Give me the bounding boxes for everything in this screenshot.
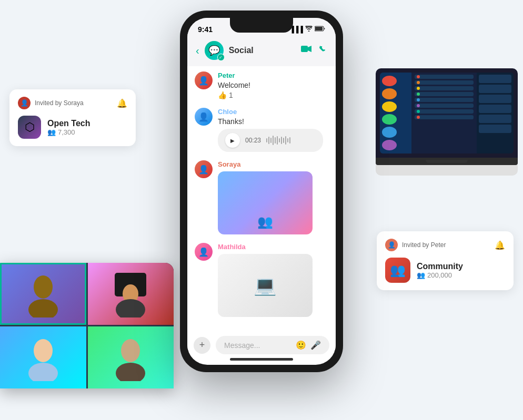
laptop-screen: [376, 68, 518, 158]
sidebar-avatar-6: [382, 140, 397, 150]
svg-marker-3: [308, 46, 311, 52]
phone-call-icon[interactable]: [319, 45, 327, 56]
message-chloe: 👤 Chloe Thanks! ▶ 00:23: [195, 108, 328, 152]
channel-row-2: [415, 80, 474, 85]
peter-name: Peter: [218, 71, 250, 79]
laptop-base: [376, 158, 518, 165]
video-call-icon[interactable]: [301, 45, 311, 56]
phone-notch: [230, 18, 293, 33]
svg-point-9: [34, 339, 53, 362]
group-row-community: 👥 Community 👥 200,000: [385, 258, 505, 283]
header-actions: [301, 45, 327, 56]
channel-row-3: [415, 86, 474, 90]
channel-avatar: 💬 ✓: [205, 41, 224, 60]
channel-dot-1: [417, 75, 420, 78]
wifi-icon: [305, 26, 313, 33]
laptop-sidebar: [380, 73, 411, 153]
right-row-3: [479, 95, 511, 103]
svg-point-10: [28, 363, 58, 381]
message-input-container[interactable]: Message... 🙂 🎤: [216, 336, 329, 354]
input-icons: 🙂 🎤: [296, 340, 321, 350]
svg-rect-2: [301, 46, 308, 52]
open-tech-members: 👥 7,300: [47, 128, 90, 136]
channel-row-4: [415, 92, 474, 96]
video-grid: [0, 263, 174, 388]
right-row-4: [479, 105, 511, 113]
soraya-name: Soraya: [218, 160, 313, 168]
card-community: 👤 Invited by Peter 🔔 👥 Community 👥 200,0…: [377, 231, 514, 290]
status-icons: ▐▐▐: [289, 26, 325, 33]
peter-avatar: 👤: [195, 71, 213, 89]
channel-row-1: [415, 75, 474, 79]
mathilda-avatar: 👤: [195, 243, 213, 261]
svg-point-11: [121, 339, 140, 362]
channel-row-6: [415, 104, 474, 108]
video-cell-4: [88, 326, 174, 388]
mathilda-name: Mathilda: [218, 243, 313, 251]
community-invited-info: 👤 Invited by Peter: [385, 239, 446, 251]
sidebar-avatar-4: [382, 114, 397, 125]
card-open-tech: 👤 Invited by Soraya 🔔 ⬡ Open Tech 👥 7,30…: [9, 89, 136, 146]
svg-point-8: [116, 299, 145, 317]
audio-message[interactable]: ▶ 00:23: [218, 129, 323, 152]
chat-input-bar: + Message... 🙂 🎤: [187, 336, 336, 354]
bell-icon-open-tech[interactable]: 🔔: [117, 98, 127, 108]
status-time: 9:41: [198, 25, 213, 34]
open-tech-count: 7,300: [58, 128, 75, 136]
emoji-icon[interactable]: 🙂: [296, 340, 306, 350]
community-name: Community: [417, 262, 463, 271]
chat-header: ‹ 💬 ✓ Social: [187, 37, 336, 66]
laptop-hinge: [426, 160, 468, 163]
laptop-keyboard: [376, 165, 518, 176]
peter-reaction: 👍 1: [218, 91, 250, 99]
verified-badge: ✓: [217, 54, 225, 61]
phone-mockup: 9:41 ▐▐▐ ‹ 💬 ✓ Social: [180, 11, 343, 372]
phone-screen: 9:41 ▐▐▐ ‹ 💬 ✓ Social: [187, 18, 336, 365]
laptop-app: [380, 73, 514, 153]
person-2-face: [88, 263, 174, 325]
active-border: [0, 263, 86, 325]
community-info: Community 👥 200,000: [417, 262, 463, 279]
peter-content: Peter Welcome! 👍 1: [218, 71, 250, 99]
invited-by-peter: Invited by Peter: [402, 241, 446, 249]
channel-dot-4: [417, 93, 420, 96]
community-icon: 👥: [385, 258, 410, 283]
play-button[interactable]: ▶: [225, 133, 240, 148]
person-3-face: [0, 326, 86, 388]
audio-waveform: [266, 135, 316, 146]
mic-icon[interactable]: 🎤: [310, 340, 321, 350]
right-row-6: [479, 125, 511, 133]
laptop-main: [411, 73, 477, 153]
bell-icon-community[interactable]: 🔔: [495, 240, 505, 250]
soraya-avatar: 👤: [195, 160, 213, 178]
message-placeholder: Message...: [224, 341, 260, 350]
add-button[interactable]: +: [194, 337, 210, 354]
channel-dot-8: [417, 116, 420, 119]
mathilda-content: Mathilda 💻: [218, 243, 313, 317]
message-mathilda: 👤 Mathilda 💻: [195, 243, 328, 317]
channel-dot-7: [417, 110, 420, 113]
home-bar[interactable]: [230, 358, 293, 361]
channel-row-7: [415, 109, 474, 114]
back-button[interactable]: ‹: [196, 45, 199, 57]
person-4-face: [88, 326, 174, 388]
channel-dot-2: [417, 81, 420, 84]
video-cell-1: [0, 263, 86, 325]
right-row-2: [479, 85, 511, 93]
open-tech-info: Open Tech 👥 7,300: [47, 119, 90, 136]
chloe-content: Chloe Thanks! ▶ 00:23: [218, 108, 323, 152]
right-row-5: [479, 115, 511, 123]
desktop-mockup: [376, 68, 518, 176]
video-cell-2: [88, 263, 174, 325]
svg-point-12: [116, 363, 145, 381]
soraya-small-avatar: 👤: [18, 97, 31, 109]
invited-info: 👤 Invited by Soraya: [18, 97, 84, 109]
channel-row-8: [415, 115, 474, 119]
community-members: 👥 200,000: [417, 271, 463, 279]
sidebar-avatar-2: [382, 88, 397, 99]
sidebar-avatar-5: [382, 127, 397, 137]
chloe-name: Chloe: [218, 108, 323, 116]
members-icon: 👥: [47, 128, 56, 136]
channel-row-5: [415, 98, 474, 102]
open-tech-name: Open Tech: [47, 119, 90, 128]
